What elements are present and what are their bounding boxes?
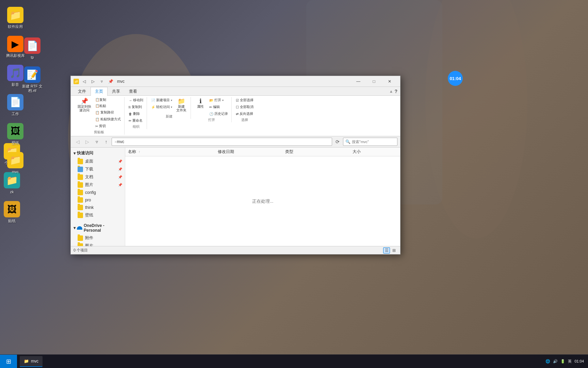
ribbon-btn-properties[interactable]: ℹ 属性 bbox=[194, 97, 207, 117]
sidebar-item-attachments[interactable]: 附件 bbox=[71, 234, 125, 242]
quick-access-header[interactable]: ▾ 快速访问 bbox=[71, 149, 125, 157]
ribbon-btn-cut[interactable]: ✂ 剪切 bbox=[94, 123, 122, 129]
copy-path-icon: 📋 bbox=[95, 111, 99, 114]
sidebar-item-desktop[interactable]: 桌面 📌 bbox=[71, 157, 125, 165]
select-col: ☑ 全部选择 ☐ 全部取消 ⇌ 反向选择 bbox=[234, 97, 255, 117]
sidebar-item-documents[interactable]: 文档 📌 bbox=[71, 173, 125, 181]
view-detail-btn[interactable]: ☰ bbox=[383, 247, 390, 254]
desktop-icon-mvc[interactable]: 📁 mvc bbox=[3, 152, 27, 174]
ribbon-btn-easy-access[interactable]: ⚡ 轻松访问 ▾ bbox=[150, 104, 174, 110]
ribbon-help-btn[interactable]: ? bbox=[394, 89, 397, 94]
file-list-body: 正在处理... bbox=[125, 156, 400, 246]
dropdown-button[interactable]: ▿ bbox=[93, 138, 101, 146]
ribbon-btn-copy-to[interactable]: ⎘ 复制到 bbox=[127, 104, 145, 110]
ribbon-btn-new-item[interactable]: 📄 新建项目 ▾ bbox=[150, 97, 174, 103]
refresh-button[interactable]: ⟳ bbox=[333, 138, 342, 146]
ribbon-group-select: ☑ 全部选择 ☐ 全部取消 ⇌ 反向选择 选择 bbox=[232, 97, 257, 122]
address-path[interactable]: › mvc bbox=[112, 138, 332, 146]
desktop-icon-media[interactable]: 🎵 影音 bbox=[3, 65, 27, 87]
sidebar-item-think[interactable]: think bbox=[71, 204, 125, 211]
properties-icon: ℹ bbox=[199, 98, 202, 104]
forward-button[interactable]: ▷ bbox=[83, 138, 91, 146]
taskbar-explorer-item[interactable]: 📁 mvc bbox=[20, 356, 43, 367]
delete-icon: 🗑 bbox=[129, 112, 132, 116]
desktop-icon-sticker[interactable]: 🖼 贴纸 bbox=[0, 201, 24, 223]
ribbon-btn-paste[interactable]: 📋 粘贴 bbox=[94, 103, 122, 109]
sidebar-item-pictures[interactable]: 图片 📌 bbox=[71, 181, 125, 189]
ribbon-tab-home[interactable]: 主页 bbox=[91, 87, 108, 96]
select-all-label: 全部选择 bbox=[240, 98, 254, 103]
tray-battery-icon[interactable]: 🔋 bbox=[560, 359, 565, 364]
title-pin-btn[interactable]: 📌 bbox=[107, 78, 114, 85]
col-size-header[interactable]: 大小 bbox=[353, 149, 397, 155]
desktop-icon-work[interactable]: 📄 工作 bbox=[3, 94, 27, 116]
minimize-button[interactable]: — bbox=[350, 76, 366, 87]
sidebar-item-wallpaper[interactable]: 壁纸 bbox=[71, 211, 125, 219]
col-name-header[interactable]: 名称 ↑ bbox=[128, 149, 218, 155]
sidebar-item-od-pictures[interactable]: 图片 bbox=[71, 242, 125, 246]
up-button[interactable]: ↑ bbox=[102, 138, 110, 146]
onedrive-header[interactable]: ▾ OneDrive - Personal bbox=[71, 222, 125, 234]
tray-network-icon[interactable]: 🌐 bbox=[545, 359, 550, 364]
title-forward-btn[interactable]: ▷ bbox=[89, 78, 97, 85]
sidebar-item-pro[interactable]: pro bbox=[71, 196, 125, 204]
sidebar-item-config[interactable]: config bbox=[71, 189, 125, 196]
col-type-header[interactable]: 类型 bbox=[285, 149, 353, 155]
od-pictures-folder-icon bbox=[78, 243, 83, 246]
new-group-label: 新建 bbox=[166, 114, 173, 119]
new-buttons: 📄 新建项目 ▾ ⚡ 轻松访问 ▾ 📁 新建 文件夹 bbox=[150, 97, 189, 113]
ribbon-btn-copy[interactable]: 📋 复制 bbox=[94, 97, 122, 103]
edit-icon: ✏ bbox=[209, 105, 212, 109]
ribbon-btn-edit[interactable]: ✏ 编辑 bbox=[208, 104, 229, 110]
pictures-pin: 📌 bbox=[118, 183, 122, 187]
tray-volume-icon[interactable]: 🔊 bbox=[553, 359, 558, 364]
ribbon-btn-move[interactable]: → 移动到 bbox=[127, 97, 145, 103]
title-down-btn[interactable]: ▿ bbox=[98, 78, 105, 85]
documents-pin: 📌 bbox=[118, 175, 122, 179]
view-large-btn[interactable]: ⊞ bbox=[391, 247, 397, 254]
ribbon-btn-delete[interactable]: 🗑 删除 bbox=[127, 111, 145, 117]
edit-label: 编辑 bbox=[213, 105, 220, 109]
ribbon-collapse-btn[interactable]: ▲ bbox=[389, 89, 393, 94]
col-date-header[interactable]: 修改日期 bbox=[218, 149, 285, 155]
open-label: 打开 bbox=[214, 98, 221, 103]
ribbon-btn-paste-shortcut[interactable]: 📋 粘贴快捷方式 bbox=[94, 116, 122, 122]
desktop-icon-wallpaper[interactable]: 🖼 壁纸 bbox=[3, 123, 27, 145]
ribbon-tab-share[interactable]: 共享 bbox=[108, 87, 125, 96]
ribbon-btn-copy-path[interactable]: 📋 复制路径 bbox=[94, 109, 122, 116]
ribbon-btn-pin[interactable]: 📌 固定到快 速访问 bbox=[76, 97, 93, 129]
ribbon-btn-new-folder[interactable]: 📁 新建 文件夹 bbox=[174, 97, 189, 113]
pro-folder-icon bbox=[78, 197, 83, 203]
invert-icon: ⇌ bbox=[236, 112, 239, 116]
desktop-icon-tencent[interactable]: ▶ 腾讯影视库 bbox=[3, 36, 27, 58]
ribbon-tab-file[interactable]: 文件 bbox=[74, 87, 91, 96]
tray-keyboard-icon: 英 bbox=[568, 359, 572, 364]
loading-text: 正在处理... bbox=[252, 198, 274, 204]
ribbon-btn-rename[interactable]: ✏ 重命名 bbox=[127, 118, 145, 124]
close-button[interactable]: ✕ bbox=[382, 76, 397, 87]
ribbon-btn-select-none[interactable]: ☐ 全部取消 bbox=[234, 104, 255, 110]
wallpaper-icon: 🖼 bbox=[7, 123, 23, 139]
search-input[interactable] bbox=[352, 140, 395, 144]
easy-access-arrow: ▾ bbox=[171, 106, 172, 109]
taskbar-clock[interactable]: 01:04 bbox=[574, 359, 584, 364]
ribbon-btn-select-all[interactable]: ☑ 全部选择 bbox=[234, 97, 255, 103]
ribbon-btn-invert[interactable]: ⇌ 反向选择 bbox=[234, 111, 255, 117]
wallpaper-folder-icon bbox=[78, 213, 83, 218]
open-group-label: 打开 bbox=[208, 118, 215, 122]
search-box[interactable]: 🔍 bbox=[343, 138, 397, 146]
zk-label: zk bbox=[10, 190, 14, 194]
back-button[interactable]: ◁ bbox=[74, 138, 82, 146]
desktop-icon-software[interactable]: 📁 软件应用 bbox=[3, 7, 27, 29]
work-icon-label: 工作 bbox=[12, 112, 19, 116]
start-button[interactable]: ⊞ bbox=[0, 355, 17, 368]
maximize-button[interactable]: □ bbox=[366, 76, 382, 87]
address-bar: ◁ ▷ ▿ ↑ › mvc ⟳ 🔍 bbox=[71, 136, 400, 148]
invert-label: 反向选择 bbox=[240, 111, 253, 116]
ribbon-btn-open[interactable]: 📂 打开 ▾ bbox=[208, 97, 229, 103]
ribbon-tab-view[interactable]: 查看 bbox=[125, 87, 142, 96]
desktop-label: 桌面 bbox=[85, 158, 93, 164]
sidebar-item-downloads[interactable]: 下载 📌 bbox=[71, 165, 125, 173]
title-back-btn[interactable]: ◁ bbox=[80, 78, 88, 85]
ribbon-btn-history[interactable]: 🕐 历史记录 bbox=[208, 111, 229, 117]
